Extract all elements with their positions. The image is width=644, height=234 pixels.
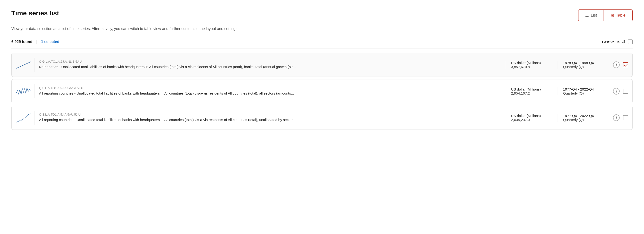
found-count: 6,929 found xyxy=(11,40,32,44)
series-code: Q.G.L.A.TO1.A.5J.A.NL.B.5J.U xyxy=(39,60,501,63)
header-row: Time series list ☰ List ⊞ Table xyxy=(11,9,633,21)
series-chart-thumb xyxy=(16,111,35,125)
series-code: Q.S.L.A.TO1.A.5J.A.5AU.5J.U xyxy=(39,113,501,116)
unit-label: US dollar (Millions) xyxy=(511,114,552,118)
series-item: Q.G.L.A.TO1.A.5J.A.NL.B.5J.U Netherlands… xyxy=(11,53,633,77)
series-name: Netherlands - Unallocated total liabilit… xyxy=(39,64,501,70)
info-button[interactable]: i xyxy=(613,61,620,68)
series-checkbox[interactable] xyxy=(623,62,628,67)
table-icon: ⊞ xyxy=(611,13,614,18)
series-item: Q.S.L.A.TO1.A.5J.A.5AA.A.5J.U All report… xyxy=(11,79,633,103)
divider: | xyxy=(36,39,38,44)
table-view-label: Table xyxy=(616,13,626,18)
list-view-button[interactable]: ☰ List xyxy=(578,10,604,21)
list-meta-row: 6,929 found | 1 selected Last Value ⇵ xyxy=(11,39,633,48)
last-value-label: Last Value xyxy=(602,40,620,44)
series-checkbox[interactable] xyxy=(623,115,628,120)
unit-value: 2,954,167.2 xyxy=(511,91,552,95)
unit-label: US dollar (Millions) xyxy=(511,87,552,91)
unit-value: 2,635,237.0 xyxy=(511,118,552,122)
list-meta-left: 6,929 found | 1 selected xyxy=(11,39,60,44)
series-actions: i xyxy=(613,88,628,95)
series-name: All reporting countries - Unallocated to… xyxy=(39,91,501,96)
list-view-label: List xyxy=(591,13,597,18)
view-toggle: ☰ List ⊞ Table xyxy=(578,9,633,21)
series-checkbox[interactable] xyxy=(623,89,628,94)
series-range: 1978-Q4 - 1998-Q4 Quarterly (Q) xyxy=(557,61,609,69)
unit-label: US dollar (Millions) xyxy=(511,61,552,65)
series-range: 1977-Q4 - 2022-Q4 Quarterly (Q) xyxy=(557,114,609,122)
range-frequency: Quarterly (Q) xyxy=(563,118,604,122)
series-unit: US dollar (Millions) 3,857,670.8 xyxy=(505,61,557,69)
range-frequency: Quarterly (Q) xyxy=(563,65,604,69)
range-frequency: Quarterly (Q) xyxy=(563,91,604,95)
series-info: Q.S.L.A.TO1.A.5J.A.5AU.5J.U All reportin… xyxy=(39,113,501,123)
table-view-button[interactable]: ⊞ Table xyxy=(604,10,632,21)
selected-count[interactable]: 1 selected xyxy=(41,40,60,44)
list-icon: ☰ xyxy=(585,13,589,18)
info-button[interactable]: i xyxy=(613,114,620,121)
range-label: 1977-Q4 - 2022-Q4 xyxy=(563,87,604,91)
series-actions: i xyxy=(613,114,628,121)
range-label: 1977-Q4 - 2022-Q4 xyxy=(563,114,604,118)
series-item: Q.S.L.A.TO1.A.5J.A.5AU.5J.U All reportin… xyxy=(11,106,633,130)
list-meta-right: Last Value ⇵ xyxy=(602,39,633,44)
page-description: View your data selection as a list of ti… xyxy=(11,26,633,32)
sort-icon[interactable]: ⇵ xyxy=(622,39,626,44)
series-list: Q.G.L.A.TO1.A.5J.A.NL.B.5J.U Netherlands… xyxy=(11,53,633,132)
series-info: Q.S.L.A.TO1.A.5J.A.5AA.A.5J.U All report… xyxy=(39,86,501,96)
series-name: All reporting countries - Unallocated to… xyxy=(39,117,501,123)
select-all-checkbox[interactable] xyxy=(628,39,633,44)
range-label: 1978-Q4 - 1998-Q4 xyxy=(563,61,604,65)
info-button[interactable]: i xyxy=(613,88,620,95)
series-unit: US dollar (Millions) 2,954,167.2 xyxy=(505,87,557,95)
series-chart-thumb xyxy=(16,84,35,98)
series-code: Q.S.L.A.TO1.A.5J.A.5AA.A.5J.U xyxy=(39,86,501,90)
series-range: 1977-Q4 - 2022-Q4 Quarterly (Q) xyxy=(557,87,609,95)
page-title: Time series list xyxy=(11,9,59,17)
series-unit: US dollar (Millions) 2,635,237.0 xyxy=(505,114,557,122)
series-chart-thumb xyxy=(16,58,35,72)
series-actions: i xyxy=(613,61,628,68)
series-info: Q.G.L.A.TO1.A.5J.A.NL.B.5J.U Netherlands… xyxy=(39,60,501,70)
unit-value: 3,857,670.8 xyxy=(511,65,552,69)
